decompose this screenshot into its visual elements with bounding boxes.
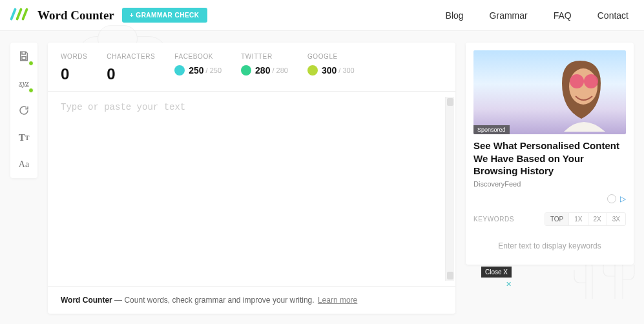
tab-1x[interactable]: 1X (568, 213, 587, 225)
logo-icon (10, 8, 30, 23)
ad-close: Close X ✕ (481, 265, 512, 289)
stat-label: WORDS (61, 53, 87, 60)
status-dot-icon (28, 61, 34, 66)
keyword-tabs: TOP 1X 2X 3X (545, 212, 626, 226)
text-input[interactable] (61, 102, 452, 286)
adchoices-icon[interactable]: ▷ (620, 194, 626, 203)
nav-blog[interactable]: Blog (446, 10, 464, 21)
sponsored-badge: Sponsored (473, 125, 510, 134)
stat-label: GOOGLE (307, 53, 355, 60)
stat-twitter: TWITTER 280 / 280 (241, 53, 288, 83)
stat-label: FACEBOOK (174, 53, 222, 60)
person-illustration-icon (545, 50, 622, 134)
keywords-label: KEYWORDS (473, 216, 514, 223)
google-dot-icon (307, 65, 318, 76)
svg-point-3 (584, 74, 598, 88)
close-icon[interactable]: ✕ (481, 280, 512, 289)
sync-tool[interactable] (16, 102, 32, 119)
facebook-dot-icon (174, 65, 185, 76)
nav-contact[interactable]: Contact (597, 10, 628, 21)
stat-value: 0 (61, 65, 87, 83)
scrollbar[interactable] (445, 97, 454, 281)
ad-source: DiscoveryFeed (473, 180, 626, 188)
ad-image[interactable]: Sponsored (473, 50, 626, 134)
nav-faq[interactable]: FAQ (554, 10, 572, 21)
main-nav: Blog Grammar FAQ Contact (446, 10, 634, 21)
footer-text: Count words, check grammar and improve y… (124, 296, 314, 305)
sidebar: Sponsored See What Personalised Content … (466, 43, 634, 265)
stat-value: 300 (322, 65, 337, 76)
status-dot-icon (28, 88, 34, 93)
spellcheck-tool[interactable]: xyz (16, 75, 32, 92)
stat-google: GOOGLE 300 / 300 (307, 53, 355, 83)
font-size-tool[interactable]: TT (16, 129, 32, 146)
scroll-up-icon[interactable] (447, 98, 453, 106)
close-label[interactable]: Close X (481, 267, 512, 278)
learn-more-link[interactable]: Learn more (318, 296, 357, 305)
scroll-down-icon[interactable] (447, 272, 453, 279)
stat-value: 250 (189, 65, 203, 76)
stat-label: TWITTER (241, 53, 288, 60)
stat-max: / 300 (338, 66, 354, 74)
stat-value: 280 (255, 65, 270, 76)
stat-max: / 250 (206, 66, 222, 74)
stat-words: WORDS 0 (61, 53, 87, 83)
svg-rect-0 (22, 57, 26, 60)
stat-max: / 280 (272, 66, 287, 74)
font-face-tool[interactable]: Aa (16, 156, 32, 173)
stat-characters: CHARACTERS 0 (107, 53, 155, 83)
twitter-dot-icon (241, 65, 251, 76)
ad-title[interactable]: See What Personalised Content We Have Ba… (473, 139, 626, 177)
save-tool[interactable] (16, 48, 32, 65)
editor-card: WORDS 0 CHARACTERS 0 FACEBOOK 250 / 250 … (48, 43, 455, 314)
stat-facebook: FACEBOOK 250 / 250 (174, 53, 222, 83)
stat-label: CHARACTERS (107, 53, 155, 60)
stats-bar: WORDS 0 CHARACTERS 0 FACEBOOK 250 / 250 … (48, 43, 455, 92)
footer-tagline: Word Counter — Count words, check gramma… (48, 286, 455, 314)
keywords-empty-state: Enter text to display keywords (473, 226, 626, 257)
nav-grammar[interactable]: Grammar (490, 10, 528, 21)
tab-top[interactable]: TOP (545, 213, 568, 225)
adchoices-face-icon[interactable] (607, 194, 616, 203)
grammar-check-button[interactable]: + GRAMMAR CHECK (122, 8, 207, 23)
logo[interactable]: Word Counter (10, 8, 114, 23)
footer-brand: Word Counter (61, 296, 112, 305)
tab-3x[interactable]: 3X (607, 213, 625, 225)
spellcheck-label: xyz (19, 79, 28, 88)
tab-2x[interactable]: 2X (588, 213, 607, 225)
stat-value: 0 (107, 65, 155, 83)
editor-toolbar: xyz TT Aa (10, 43, 37, 178)
site-title: Word Counter (37, 8, 114, 23)
svg-point-2 (570, 74, 584, 88)
